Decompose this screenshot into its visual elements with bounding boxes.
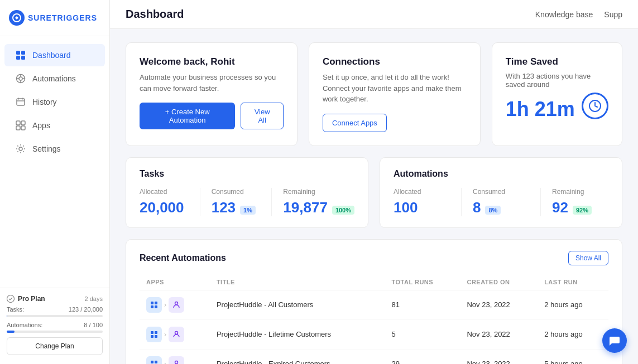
sidebar-navigation: Dashboard Automations bbox=[0, 36, 109, 288]
app-icons: › bbox=[146, 297, 203, 313]
connections-title: Connections bbox=[323, 56, 467, 67]
svg-point-20 bbox=[7, 295, 15, 303]
row-created-on-col: Nov 23, 2022 bbox=[460, 290, 538, 319]
time-saved-card: Time Saved With 123 actions you have sav… bbox=[492, 42, 622, 146]
tasks-value: 123 / 20,000 bbox=[69, 306, 103, 313]
table-row: › ProjectHuddle - Expired Customers29Nov… bbox=[140, 349, 608, 364]
settings-icon bbox=[16, 144, 26, 154]
support-link[interactable]: Supp bbox=[604, 10, 622, 19]
svg-rect-28 bbox=[155, 331, 157, 334]
sidebar-item-history-label: History bbox=[32, 98, 57, 106]
time-saved-value: 1h 21m bbox=[506, 98, 575, 121]
row-title-col: ProjectHuddle - Expired Customers bbox=[210, 349, 385, 364]
row-title-col: ProjectHuddle - Lifetime Customers bbox=[210, 319, 385, 349]
connections-desc: Set it up once, and let it do all the wo… bbox=[323, 72, 467, 105]
automations-consumed-badge: 8% bbox=[485, 206, 501, 215]
row-last-run-col: 5 hours ago bbox=[538, 349, 608, 364]
sidebar-item-settings[interactable]: Settings bbox=[4, 138, 105, 160]
change-plan-button[interactable]: Change Plan bbox=[7, 337, 103, 355]
svg-rect-22 bbox=[151, 302, 153, 304]
svg-rect-3 bbox=[16, 56, 20, 60]
tasks-allocated-label: Allocated bbox=[140, 188, 189, 196]
arrow-separator: › bbox=[164, 301, 166, 309]
app-icons: › bbox=[146, 356, 203, 365]
automations-remaining-badge: 92% bbox=[573, 206, 592, 215]
sidebar: sureTRIGGERS Dashboard bbox=[0, 0, 110, 364]
tasks-consumed-value: 123 bbox=[212, 199, 236, 216]
sidebar-item-dashboard-label: Dashboard bbox=[32, 51, 71, 60]
tasks-progress-fill bbox=[7, 315, 7, 317]
table-row: › ProjectHuddle - Lifetime Customers5Nov… bbox=[140, 319, 608, 349]
knowledge-base-link[interactable]: Knowledge base bbox=[535, 10, 593, 19]
automations-progress-fill bbox=[7, 331, 15, 333]
automations-stats-items: Allocated 100 Consumed 8 8% Remaining bbox=[394, 188, 608, 216]
automations-consumed: Consumed 8 8% bbox=[473, 188, 541, 216]
row-last-run-col: 2 hours ago bbox=[538, 290, 608, 319]
row-total-runs-col: 81 bbox=[385, 290, 460, 319]
row-apps-col: › bbox=[140, 349, 210, 364]
main-content: Dashboard Knowledge base Supp Welcome ba… bbox=[110, 0, 638, 364]
app-icon-1 bbox=[146, 297, 162, 313]
sidebar-item-dashboard[interactable]: Dashboard bbox=[4, 44, 105, 66]
automations-remaining-value: 92 bbox=[552, 199, 568, 216]
svg-rect-18 bbox=[21, 126, 25, 130]
svg-rect-16 bbox=[21, 121, 25, 125]
welcome-desc: Automate your business processes so you … bbox=[140, 72, 284, 94]
row-last-run-col: 2 hours ago bbox=[538, 319, 608, 349]
logo-text: sureTRIGGERS bbox=[28, 13, 97, 22]
row-total-runs-col: 5 bbox=[385, 319, 460, 349]
recent-automations-header: Recent Automations Show All bbox=[140, 251, 608, 265]
time-saved-desc: With 123 actions you have saved around bbox=[506, 72, 608, 89]
table-header-row: APPS TITLE TOTAL RUNS CREATED ON LAST RU… bbox=[140, 274, 608, 290]
col-total-runs: TOTAL RUNS bbox=[385, 274, 460, 290]
create-automation-button[interactable]: + Create New Automation bbox=[140, 103, 235, 129]
time-card-inner: 1h 21m bbox=[506, 91, 608, 121]
sidebar-item-settings-label: Settings bbox=[32, 144, 61, 153]
col-title: TITLE bbox=[210, 274, 385, 290]
table-row: › ProjectHuddle - All Customers81Nov 23,… bbox=[140, 290, 608, 319]
row-apps-col: › bbox=[140, 319, 210, 349]
sidebar-item-automations-label: Automations bbox=[32, 74, 76, 83]
app-icon-2 bbox=[169, 327, 184, 342]
svg-point-26 bbox=[175, 302, 178, 304]
sidebar-bottom: Pro Plan 2 days Tasks: 123 / 20,000 Auto… bbox=[0, 288, 109, 364]
app-icon-2 bbox=[169, 297, 184, 313]
recent-automations-title: Recent Automations bbox=[140, 253, 226, 263]
show-all-button[interactable]: Show All bbox=[568, 251, 608, 265]
svg-rect-24 bbox=[151, 305, 153, 308]
connections-actions: Connect Apps bbox=[323, 114, 467, 132]
automations-consumed-value: 8 bbox=[473, 199, 481, 216]
connect-apps-button[interactable]: Connect Apps bbox=[323, 114, 387, 132]
svg-rect-1 bbox=[16, 51, 20, 55]
svg-rect-2 bbox=[21, 51, 25, 55]
clock-icon bbox=[582, 93, 608, 119]
sidebar-item-apps[interactable]: Apps bbox=[4, 114, 105, 137]
tasks-remaining-label: Remaining bbox=[283, 188, 354, 196]
tasks-allocated: Allocated 20,000 bbox=[140, 188, 200, 216]
tasks-label: Tasks: bbox=[7, 306, 24, 313]
row-created-on-col: Nov 23, 2022 bbox=[460, 319, 538, 349]
svg-rect-4 bbox=[21, 56, 25, 60]
row-total-runs-col: 29 bbox=[385, 349, 460, 364]
row-title-col: ProjectHuddle - All Customers bbox=[210, 290, 385, 319]
chat-bubble[interactable] bbox=[602, 328, 627, 353]
top-cards-row: Welcome back, Rohit Automate your busine… bbox=[126, 42, 622, 146]
sidebar-item-automations[interactable]: Automations bbox=[4, 67, 105, 90]
topbar-links: Knowledge base Supp bbox=[535, 10, 622, 19]
svg-rect-23 bbox=[155, 302, 157, 304]
svg-rect-27 bbox=[151, 331, 153, 334]
svg-rect-29 bbox=[151, 335, 153, 338]
sidebar-item-history[interactable]: History bbox=[4, 91, 105, 113]
plan-info: Pro Plan 2 days Tasks: 123 / 20,000 Auto… bbox=[7, 295, 103, 333]
tasks-allocated-value: 20,000 bbox=[140, 199, 184, 216]
svg-rect-32 bbox=[151, 361, 153, 363]
svg-rect-15 bbox=[16, 121, 20, 125]
automations-stats-card: Automations Allocated 100 Consumed 8 8% bbox=[380, 157, 622, 228]
welcome-title: Welcome back, Rohit bbox=[140, 56, 284, 67]
tasks-stats-items: Allocated 20,000 Consumed 123 1% Remai bbox=[140, 188, 354, 216]
tasks-remaining: Remaining 19,877 100% bbox=[283, 188, 354, 216]
svg-rect-30 bbox=[155, 335, 157, 338]
view-all-button[interactable]: View All bbox=[241, 103, 284, 129]
automations-consumed-label: Consumed bbox=[473, 188, 529, 196]
logo: sureTRIGGERS bbox=[0, 0, 109, 36]
